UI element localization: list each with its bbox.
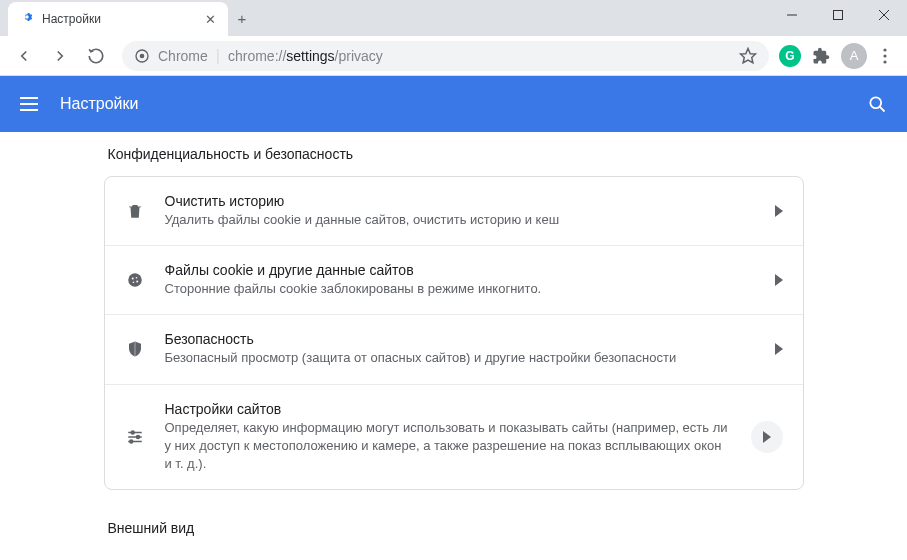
kebab-menu-icon[interactable] [871,48,899,64]
svg-point-13 [131,278,133,280]
svg-point-12 [128,274,142,288]
svg-point-20 [136,435,139,438]
browser-toolbar: Chrome | chrome://settings/privacy G A [0,36,907,76]
trash-icon [125,202,145,220]
svg-marker-6 [741,48,756,62]
row-desc: Сторонние файлы cookie заблокированы в р… [165,280,755,298]
window-titlebar: Настройки ✕ + [0,0,907,36]
chevron-right-icon [775,205,783,217]
row-desc: Определяет, какую информацию могут испол… [165,419,731,474]
url-host: settings [286,48,334,64]
chevron-right-icon [751,421,783,453]
svg-point-22 [129,440,132,443]
tab-title: Настройки [42,12,197,26]
svg-point-8 [883,54,886,57]
svg-line-11 [880,107,885,112]
row-cookies[interactable]: Файлы cookie и другие данные сайтов Стор… [105,245,803,314]
new-tab-button[interactable]: + [228,4,256,32]
row-clear-history[interactable]: Очистить историю Удалить файлы cookie и … [105,177,803,245]
content-scroll[interactable]: Конфиденциальность и безопасность Очисти… [0,132,907,560]
sliders-icon [125,428,145,446]
hamburger-menu-icon[interactable] [20,97,38,111]
window-close-button[interactable] [861,0,907,30]
row-title: Настройки сайтов [165,401,731,417]
maximize-button[interactable] [815,0,861,30]
svg-point-14 [135,277,137,279]
content: Конфиденциальность и безопасность Очисти… [104,132,804,560]
row-security[interactable]: Безопасность Безопасный просмотр (защита… [105,314,803,383]
svg-point-10 [870,97,881,108]
bookmark-star-icon[interactable] [739,47,757,65]
svg-point-15 [132,282,134,284]
search-icon[interactable] [867,94,887,114]
cookie-icon [125,271,145,289]
url-prefix: Chrome [158,48,208,64]
close-icon[interactable]: ✕ [205,12,216,27]
url-scheme: chrome:// [228,48,286,64]
window-controls [769,0,907,30]
chrome-icon [134,48,150,64]
row-title: Очистить историю [165,193,755,209]
section-privacy-title: Конфиденциальность и безопасность [108,146,804,162]
chevron-right-icon [775,343,783,355]
svg-point-18 [131,431,134,434]
svg-point-5 [140,53,145,58]
minimize-button[interactable] [769,0,815,30]
svg-point-16 [136,281,138,283]
extensions-icon[interactable] [805,40,837,72]
svg-point-9 [883,60,886,63]
section-appearance-title: Внешний вид [108,520,804,536]
browser-tab[interactable]: Настройки ✕ [8,2,228,36]
shield-icon [125,340,145,358]
extension-grammarly[interactable]: G [779,45,801,67]
settings-header: Настройки [0,76,907,132]
row-desc: Безопасный просмотр (защита от опасных с… [165,349,755,367]
svg-rect-1 [834,11,843,20]
reload-button[interactable] [80,40,112,72]
page-title: Настройки [60,95,138,113]
row-title: Безопасность [165,331,755,347]
gear-icon [20,10,34,28]
profile-avatar[interactable]: A [841,43,867,69]
forward-button[interactable] [44,40,76,72]
chevron-right-icon [775,274,783,286]
row-site-settings[interactable]: Настройки сайтов Определяет, какую инфор… [105,384,803,490]
back-button[interactable] [8,40,40,72]
row-title: Файлы cookie и другие данные сайтов [165,262,755,278]
row-desc: Удалить файлы cookie и данные сайтов, оч… [165,211,755,229]
privacy-card: Очистить историю Удалить файлы cookie и … [104,176,804,490]
address-bar[interactable]: Chrome | chrome://settings/privacy [122,41,769,71]
url-path: /privacy [335,48,383,64]
svg-point-7 [883,48,886,51]
